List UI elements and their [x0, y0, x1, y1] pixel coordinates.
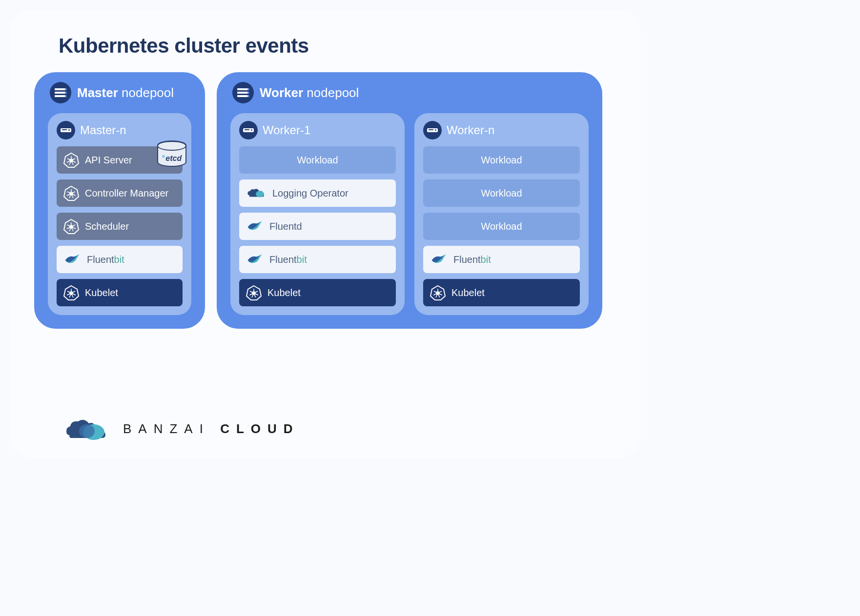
component-workload: Workload — [239, 146, 396, 174]
etcd-icon: etcd — [157, 140, 186, 167]
banzai-cloud-icon — [246, 186, 266, 200]
node-title: Worker-n — [447, 123, 494, 137]
master-pool-title: Master nodepool — [77, 85, 174, 100]
component-fluentd: Fluentd — [239, 213, 396, 240]
component-controller-manager: Controller Manager — [57, 179, 183, 207]
component-label: Workload — [481, 155, 522, 166]
component-label: Fluentbit — [453, 254, 491, 265]
footer-branding: BANZAI CLOUD — [63, 416, 300, 442]
node-worker-1: Worker-1 Workload Logging Operator Fluen… — [230, 113, 405, 315]
fluentbit-icon — [246, 252, 264, 267]
component-scheduler: Scheduler — [57, 213, 183, 240]
worker-pool-header: Worker nodepool — [232, 82, 589, 103]
fluentbit-icon — [430, 252, 448, 267]
component-label: Fluentd — [269, 221, 302, 232]
component-workload: Workload — [423, 146, 580, 174]
kubernetes-icon — [246, 285, 262, 300]
component-label: Fluentbit — [269, 254, 307, 265]
node-title: Master-n — [80, 123, 126, 137]
worker-pool-title: Worker nodepool — [260, 85, 359, 100]
component-logging-operator: Logging Operator — [239, 179, 396, 207]
node-worker-n: Worker-n Workload Workload Workload Flue… — [414, 113, 589, 315]
component-label: Logging Operator — [272, 188, 348, 199]
component-label: Kubelet — [85, 287, 118, 298]
server-unit-icon — [239, 121, 258, 139]
component-kubelet: Kubelet — [239, 279, 396, 306]
component-label: Workload — [481, 188, 522, 199]
component-label: Scheduler — [85, 221, 129, 232]
component-workload: Workload — [423, 179, 580, 207]
server-unit-icon — [423, 121, 442, 139]
fluentbit-icon — [63, 252, 81, 267]
component-label: Workload — [481, 221, 522, 232]
fluentd-icon — [246, 219, 264, 234]
node-master-n: Master-n API Server etcd Controller Mana… — [48, 113, 191, 315]
server-unit-icon — [57, 121, 75, 139]
component-label: Kubelet — [267, 287, 301, 298]
master-nodepool: Master nodepool Master-n API Server etcd — [34, 72, 205, 329]
kubernetes-icon — [430, 285, 446, 300]
page-title: Kubernetes cluster events — [59, 34, 616, 58]
svg-point-36 — [256, 191, 264, 197]
nodepool-row: Master nodepool Master-n API Server etcd — [34, 72, 616, 329]
component-label: Controller Manager — [85, 188, 168, 199]
worker-nodepool: Worker nodepool Worker-1 Workload Loggin… — [217, 72, 602, 329]
component-kubelet: Kubelet — [57, 279, 183, 306]
kubernetes-icon — [63, 152, 79, 168]
component-fluentbit: Fluentbit — [423, 246, 580, 273]
master-pool-header: Master nodepool — [50, 82, 191, 103]
server-stack-icon — [232, 82, 254, 103]
component-fluentbit: Fluentbit — [239, 246, 396, 273]
footer-text: BANZAI CLOUD — [123, 421, 300, 437]
component-label: API Server — [85, 155, 132, 166]
component-api-server: API Server etcd — [57, 146, 183, 174]
banzai-cloud-logo-icon — [63, 416, 112, 442]
diagram-canvas: Kubernetes cluster events Master nodepoo… — [10, 10, 640, 457]
component-label: Kubelet — [451, 287, 485, 298]
kubernetes-icon — [63, 185, 79, 201]
server-stack-icon — [50, 82, 71, 103]
component-kubelet: Kubelet — [423, 279, 580, 306]
component-label: Fluentbit — [87, 254, 124, 265]
svg-point-56 — [79, 424, 95, 438]
component-label: Workload — [297, 155, 338, 166]
component-workload: Workload — [423, 213, 580, 240]
kubernetes-icon — [63, 219, 79, 234]
kubernetes-icon — [63, 285, 79, 300]
component-fluentbit: Fluentbit — [57, 246, 183, 273]
node-title: Worker-1 — [263, 123, 310, 137]
